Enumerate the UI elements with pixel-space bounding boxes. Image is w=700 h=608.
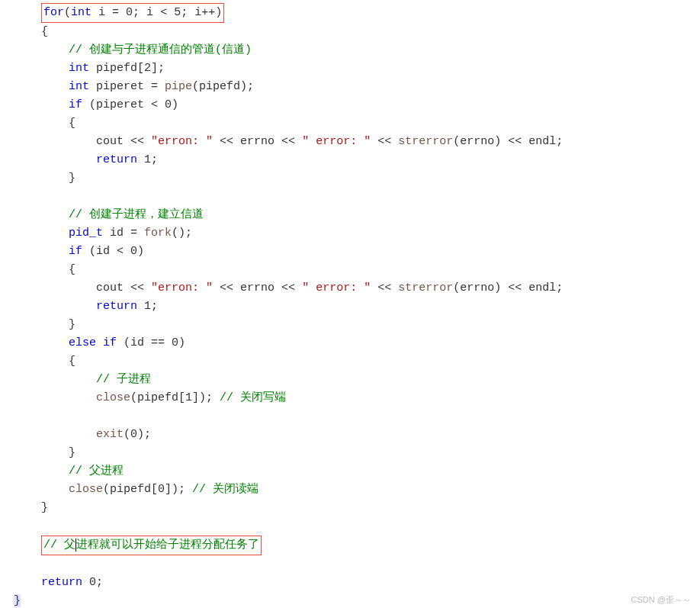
code-line-10: } [14,169,697,188]
code-line-19: else if (id == 0) [14,334,697,352]
comment: // 父进程 [69,465,124,478]
code-line-5: int piperet = pipe(pipefd); [14,78,697,96]
comment: // 关闭读端 [192,483,258,496]
code-line-blank [14,188,697,206]
string-literal: " error: " [302,135,371,148]
keyword-int: int [71,6,92,19]
code-line-27: close(pipefd[0]); // 关闭读端 [14,481,697,499]
code-line-7: { [14,114,697,133]
code-line-16: cout << "erron: " << errno << " error: "… [14,279,697,298]
code-line-21: // 子进程 [14,371,697,389]
keyword-int: int [69,80,89,93]
keyword-int: int [69,62,89,75]
code-line-2: { [14,23,697,41]
comment: // 子进程 [96,373,151,386]
keyword-if: if [69,98,82,111]
func-strerror: strerror [398,281,453,294]
keyword-return: return [96,300,137,313]
func-fork: fork [144,227,172,240]
code-line-32: return 0; [14,574,697,592]
code-line-22: close(pipefd[1]); // 关闭写端 [14,389,697,407]
code-line-4: int pipefd[2]; [14,60,697,78]
func-close: close [96,391,130,404]
func-close: close [69,483,103,496]
code-line-1: for(int i = 0; i < 5; i++) [14,3,697,23]
code-line-blank [14,555,697,574]
code-line-3: // 创建与子进程通信的管道(信道) [14,41,697,60]
code-line-15: { [14,261,697,279]
code-line-28: } [14,499,697,517]
keyword-if: if [96,336,117,349]
type-pid-t: pid_t [69,227,103,240]
watermark: CSDN @歪～～ [631,594,691,607]
comment: // 创建子进程，建立信道 [69,208,204,221]
code-line-blank [14,517,697,536]
func-pipe: pipe [165,80,192,93]
comment: // 创建与子进程通信的管道(信道) [69,43,252,56]
keyword-for: for [43,6,64,19]
string-literal: "erron: " [151,281,213,294]
comment: // 关闭写端 [220,391,286,404]
code-line-13: pid_t id = fork(); [14,224,697,243]
keyword-else: else [69,336,96,349]
keyword-if: if [69,245,82,258]
code-line-9: return 1; [14,151,697,169]
code-line-17: return 1; [14,298,697,316]
code-line-25: } [14,444,697,462]
keyword-return: return [41,576,82,589]
code-line-14: if (id < 0) [14,243,697,261]
code-line-20: { [14,352,697,371]
keyword-return: return [96,153,137,166]
code-line-33: } [14,592,697,608]
code-line-18: } [14,316,697,334]
code-line-6: if (piperet < 0) [14,96,697,114]
code-line-24: exit(0); [14,426,697,444]
code-line-30: // 父进程就可以开始给子进程分配任务了 [14,536,697,555]
func-strerror: strerror [398,135,453,148]
func-exit: exit [96,428,124,441]
code-line-12: // 创建子进程，建立信道 [14,206,697,224]
string-literal: " error: " [302,281,371,294]
code-line-26: // 父进程 [14,462,697,481]
string-literal: "erron: " [151,135,213,148]
code-line-8: cout << "erron: " << errno << " error: "… [14,133,697,151]
code-line-blank [14,407,697,426]
code-block: for(int i = 0; i < 5; i++) { // 创建与子进程通信… [3,3,697,608]
